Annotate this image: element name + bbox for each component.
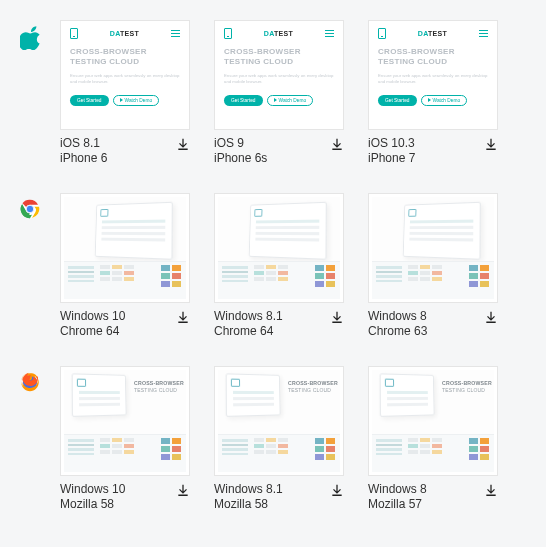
download-icon[interactable] — [176, 309, 190, 324]
app-logo: DATEST — [418, 30, 447, 37]
app-logo: DATEST — [110, 30, 139, 37]
hamburger-icon — [325, 30, 334, 37]
hamburger-icon — [171, 30, 180, 37]
hero-title: CROSS-BROWSERTESTING CLOUD — [70, 47, 180, 68]
os-label: Windows 10 — [60, 309, 125, 323]
screenshot-thumbnail[interactable]: DATEST CROSS-BROWSERTESTING CLOUD Ensure… — [60, 20, 190, 130]
screenshot-card: DATEST CROSS-BROWSERTESTING CLOUD Ensure… — [368, 20, 498, 165]
os-label: Windows 8 — [368, 482, 427, 496]
screenshot-thumbnail[interactable]: CROSS-BROWSERTESTING CLOUD — [214, 366, 344, 476]
hero-desc: Ensure your web apps work seamlessly on … — [70, 73, 180, 85]
card-group: DATEST CROSS-BROWSERTESTING CLOUD Ensure… — [60, 20, 516, 165]
download-icon[interactable] — [484, 309, 498, 324]
primary-cta: Get Started — [378, 95, 417, 106]
apple-icon — [0, 20, 60, 50]
hero-desc: Ensure your web apps work seamlessly on … — [224, 73, 334, 85]
browser-label: Mozilla 58 — [214, 497, 283, 511]
phone-icon — [378, 28, 386, 39]
os-label: Windows 8 — [368, 309, 427, 323]
hamburger-icon — [479, 30, 488, 37]
chrome-icon — [0, 193, 60, 219]
download-icon[interactable] — [330, 309, 344, 324]
browser-label: Mozilla 58 — [60, 497, 125, 511]
screenshot-card: CROSS-BROWSERTESTING CLOUD Windows 10 Mo… — [60, 366, 190, 511]
phone-icon — [224, 28, 232, 39]
browser-label: Chrome 64 — [214, 324, 283, 338]
os-label: Windows 8.1 — [214, 309, 283, 323]
secondary-cta: Watch Demo — [113, 95, 160, 106]
browser-label: iPhone 6 — [60, 151, 107, 165]
screenshot-card: DATEST CROSS-BROWSERTESTING CLOUD Ensure… — [60, 20, 190, 165]
os-label: iOS 8.1 — [60, 136, 107, 150]
hero-title: CROSS-BROWSERTESTING CLOUD — [224, 47, 334, 68]
firefox-icon — [0, 366, 60, 392]
screenshot-card: CROSS-BROWSERTESTING CLOUD Windows 8 Moz… — [368, 366, 498, 511]
secondary-cta: Watch Demo — [421, 95, 468, 106]
screenshot-card: Windows 8 Chrome 63 — [368, 193, 498, 338]
browser-label: Chrome 64 — [60, 324, 125, 338]
screenshot-card: DATEST CROSS-BROWSERTESTING CLOUD Ensure… — [214, 20, 344, 165]
os-label: Windows 10 — [60, 482, 125, 496]
secondary-cta: Watch Demo — [267, 95, 314, 106]
screenshot-thumbnail[interactable]: CROSS-BROWSERTESTING CLOUD — [60, 366, 190, 476]
download-icon[interactable] — [484, 136, 498, 151]
screenshot-card: Windows 10 Chrome 64 — [60, 193, 190, 338]
download-icon[interactable] — [484, 482, 498, 497]
phone-icon — [70, 28, 78, 39]
app-logo: DATEST — [264, 30, 293, 37]
os-label: iOS 10.3 — [368, 136, 415, 150]
card-group: CROSS-BROWSERTESTING CLOUD Windows 10 Mo… — [60, 366, 516, 511]
screenshot-thumbnail[interactable] — [214, 193, 344, 303]
screenshot-card: CROSS-BROWSERTESTING CLOUD Windows 8.1 M… — [214, 366, 344, 511]
os-label: Windows 8.1 — [214, 482, 283, 496]
download-icon[interactable] — [330, 482, 344, 497]
screenshot-thumbnail[interactable] — [60, 193, 190, 303]
download-icon[interactable] — [330, 136, 344, 151]
hero-desc: Ensure your web apps work seamlessly on … — [378, 73, 488, 85]
os-label: iOS 9 — [214, 136, 267, 150]
browser-label: Mozilla 57 — [368, 497, 427, 511]
browser-label: iPhone 7 — [368, 151, 415, 165]
browser-label: Chrome 63 — [368, 324, 427, 338]
download-icon[interactable] — [176, 482, 190, 497]
result-row-apple: DATEST CROSS-BROWSERTESTING CLOUD Ensure… — [0, 20, 516, 165]
screenshot-thumbnail[interactable]: CROSS-BROWSERTESTING CLOUD — [368, 366, 498, 476]
primary-cta: Get Started — [224, 95, 263, 106]
screenshot-card: Windows 8.1 Chrome 64 — [214, 193, 344, 338]
screenshot-thumbnail[interactable] — [368, 193, 498, 303]
hero-title: CROSS-BROWSERTESTING CLOUD — [378, 47, 488, 68]
browser-label: iPhone 6s — [214, 151, 267, 165]
result-row-chrome: Windows 10 Chrome 64 Wind — [0, 193, 516, 338]
screenshot-thumbnail[interactable]: DATEST CROSS-BROWSERTESTING CLOUD Ensure… — [368, 20, 498, 130]
result-row-firefox: CROSS-BROWSERTESTING CLOUD Windows 10 Mo… — [0, 366, 516, 511]
download-icon[interactable] — [176, 136, 190, 151]
primary-cta: Get Started — [70, 95, 109, 106]
screenshot-thumbnail[interactable]: DATEST CROSS-BROWSERTESTING CLOUD Ensure… — [214, 20, 344, 130]
card-group: Windows 10 Chrome 64 Wind — [60, 193, 516, 338]
